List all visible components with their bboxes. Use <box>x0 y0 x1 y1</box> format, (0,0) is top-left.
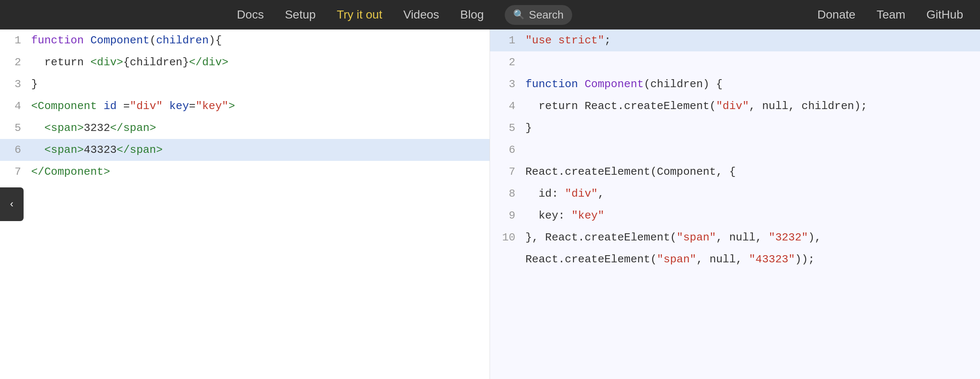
output-line-8: 8 id: "div", <box>490 183 980 205</box>
output-line-7: 7 React.createElement(Component, { <box>490 161 980 183</box>
out-code-line-2 <box>525 51 532 73</box>
output-line-4: 4 return React.createElement("div", null… <box>490 95 980 117</box>
editor-panel[interactable]: 1 function Component(children){ 2 return… <box>0 29 490 379</box>
editor-line-1: 1 function Component(children){ <box>0 29 490 51</box>
code-line-5-content: <span>3232</span> <box>31 117 156 139</box>
nav-setup[interactable]: Setup <box>285 8 316 21</box>
editor-line-6: 6 <span>43323</span> <box>0 139 490 161</box>
nav-videos[interactable]: Videos <box>403 8 439 21</box>
out-code-line-10: }, React.createElement("span", null, "32… <box>525 227 821 248</box>
line-number-6: 6 <box>4 139 21 161</box>
search-bar[interactable]: 🔍 Search <box>505 5 572 25</box>
code-line-6-content: <span>43323</span> <box>31 139 163 161</box>
main-content: 1 function Component(children){ 2 return… <box>0 29 980 379</box>
out-code-line-1: "use strict"; <box>525 29 611 51</box>
output-line-9: 9 key: "key" <box>490 205 980 227</box>
editor-code-area: 1 function Component(children){ 2 return… <box>0 29 490 183</box>
editor-line-5: 5 <span>3232</span> <box>0 117 490 139</box>
out-code-line-3: function Component(children) { <box>525 73 723 95</box>
nav-team[interactable]: Team <box>876 8 905 21</box>
out-line-number-5: 5 <box>494 117 515 139</box>
editor-line-7: 7 </Component> <box>0 161 490 183</box>
out-line-number-6: 6 <box>494 139 515 161</box>
out-code-line-6 <box>525 139 532 161</box>
line-number-4: 4 <box>4 95 21 117</box>
code-line-7-content: </Component> <box>31 161 110 183</box>
code-line-3-content: } <box>31 73 38 95</box>
out-line-number-1: 1 <box>494 29 515 51</box>
output-panel: 1 "use strict"; 2 3 function Component(c… <box>490 29 980 379</box>
line-number-7: 7 <box>4 161 21 183</box>
code-line-4-content: <Component id ="div" key="key"> <box>31 95 235 117</box>
out-line-number-2: 2 <box>494 51 515 73</box>
output-code-area: 1 "use strict"; 2 3 function Component(c… <box>490 29 980 270</box>
output-line-1: 1 "use strict"; <box>490 29 980 51</box>
output-line-10: 10 }, React.createElement("span", null, … <box>490 227 980 248</box>
nav-blog[interactable]: Blog <box>460 8 484 21</box>
search-label: Search <box>529 8 563 21</box>
out-line-number-3: 3 <box>494 73 515 95</box>
output-line-2: 2 <box>490 51 980 73</box>
out-line-number-8: 8 <box>494 183 515 205</box>
out-code-line-7: React.createElement(Component, { <box>525 161 736 183</box>
collapse-icon: ‹ <box>9 199 15 210</box>
output-line-5: 5 } <box>490 117 980 139</box>
editor-line-4: 4 <Component id ="div" key="key"> <box>0 95 490 117</box>
out-code-line-5: } <box>525 117 532 139</box>
nav-right-links: Donate Team GitHub <box>817 8 963 21</box>
output-line-11: React.createElement("span", null, "43323… <box>490 248 980 270</box>
code-line-1-content: function Component(children){ <box>31 29 222 51</box>
nav-links: Docs Setup Try it out Videos Blog 🔍 Sear… <box>17 5 792 25</box>
out-line-number-7: 7 <box>494 161 515 183</box>
out-line-number-10: 10 <box>494 227 515 248</box>
out-line-number-4: 4 <box>494 95 515 117</box>
line-number-3: 3 <box>4 73 21 95</box>
editor-line-2: 2 return <div>{children}</div> <box>0 51 490 73</box>
nav-try-it-out[interactable]: Try it out <box>337 8 382 21</box>
collapse-button[interactable]: ‹ <box>0 187 24 221</box>
out-code-line-8: id: "div", <box>525 183 604 205</box>
out-code-line-9: key: "key" <box>525 205 604 227</box>
output-line-6: 6 <box>490 139 980 161</box>
editor-line-3: 3 } <box>0 73 490 95</box>
out-line-number-9: 9 <box>494 205 515 227</box>
line-number-5: 5 <box>4 117 21 139</box>
navbar: Docs Setup Try it out Videos Blog 🔍 Sear… <box>0 0 980 29</box>
nav-docs[interactable]: Docs <box>237 8 264 21</box>
line-number-2: 2 <box>4 51 21 73</box>
code-line-2-content: return <div>{children}</div> <box>31 51 228 73</box>
output-line-3: 3 function Component(children) { <box>490 73 980 95</box>
nav-github[interactable]: GitHub <box>926 8 963 21</box>
out-code-line-11: React.createElement("span", null, "43323… <box>525 248 815 270</box>
search-icon: 🔍 <box>513 9 525 20</box>
out-code-line-4: return React.createElement("div", null, … <box>525 95 867 117</box>
line-number-1: 1 <box>4 29 21 51</box>
nav-donate[interactable]: Donate <box>817 8 855 21</box>
